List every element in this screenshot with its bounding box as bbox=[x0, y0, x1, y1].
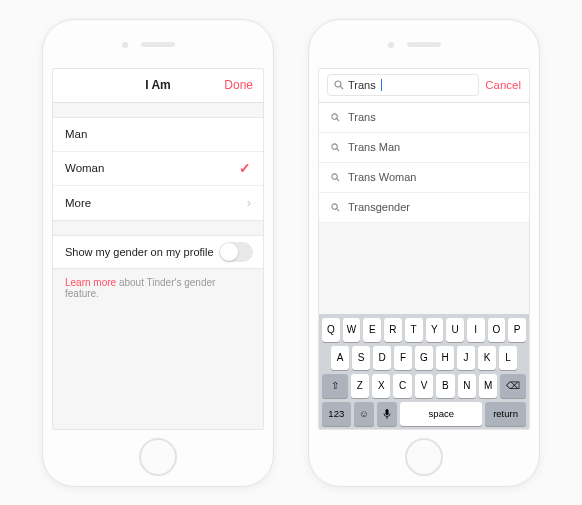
key-s[interactable]: S bbox=[352, 346, 370, 370]
gender-option-woman[interactable]: Woman ✓ bbox=[53, 152, 263, 186]
home-button[interactable] bbox=[139, 438, 177, 476]
phone-camera bbox=[122, 42, 128, 48]
key-u[interactable]: U bbox=[446, 318, 464, 342]
search-result[interactable]: Trans Man bbox=[319, 133, 529, 163]
search-icon bbox=[331, 113, 340, 122]
svg-point-0 bbox=[335, 81, 341, 87]
svg-line-3 bbox=[337, 118, 339, 120]
key-l[interactable]: L bbox=[499, 346, 517, 370]
svg-point-2 bbox=[332, 113, 337, 118]
key-h[interactable]: H bbox=[436, 346, 454, 370]
page-title: I Am bbox=[145, 78, 171, 92]
key-m[interactable]: M bbox=[479, 374, 497, 398]
search-icon bbox=[331, 203, 340, 212]
search-result[interactable]: Trans bbox=[319, 103, 529, 133]
phone-camera bbox=[388, 42, 394, 48]
key-emoji[interactable]: ☺ bbox=[354, 402, 374, 426]
learn-more-link[interactable]: Learn more bbox=[65, 277, 116, 288]
key-n[interactable]: N bbox=[458, 374, 476, 398]
svg-line-1 bbox=[340, 86, 343, 89]
key-o[interactable]: O bbox=[488, 318, 506, 342]
key-f[interactable]: F bbox=[394, 346, 412, 370]
key-backspace[interactable]: ⌫ bbox=[500, 374, 526, 398]
keyboard-row-4: 123 ☺ space return bbox=[322, 402, 526, 426]
show-gender-toggle[interactable] bbox=[219, 242, 253, 262]
key-i[interactable]: I bbox=[467, 318, 485, 342]
key-a[interactable]: A bbox=[331, 346, 349, 370]
search-bar: Trans Cancel bbox=[319, 69, 529, 103]
check-icon: ✓ bbox=[239, 160, 251, 176]
screen-left: I Am Done Man Woman ✓ More › Show my gen… bbox=[52, 68, 264, 430]
toggle-label: Show my gender on my profile bbox=[65, 246, 214, 258]
keyboard: Q W E R T Y U I O P A S D F G H J K L bbox=[319, 314, 529, 429]
key-z[interactable]: Z bbox=[351, 374, 369, 398]
key-p[interactable]: P bbox=[508, 318, 526, 342]
key-v[interactable]: V bbox=[415, 374, 433, 398]
result-label: Trans Man bbox=[348, 141, 400, 153]
text-cursor bbox=[381, 79, 382, 91]
chevron-right-icon: › bbox=[247, 195, 251, 210]
search-result[interactable]: Trans Woman bbox=[319, 163, 529, 193]
svg-point-6 bbox=[332, 173, 337, 178]
svg-line-5 bbox=[337, 148, 339, 150]
key-e[interactable]: E bbox=[363, 318, 381, 342]
search-result[interactable]: Transgender bbox=[319, 193, 529, 223]
option-label: Woman bbox=[65, 162, 104, 174]
search-icon bbox=[331, 143, 340, 152]
svg-point-8 bbox=[332, 203, 337, 208]
gender-option-list: Man Woman ✓ More › bbox=[53, 117, 263, 221]
phone-frame-right: Trans Cancel Trans Trans Man Trans Woman… bbox=[308, 19, 540, 487]
gender-option-man[interactable]: Man bbox=[53, 118, 263, 152]
show-gender-toggle-row: Show my gender on my profile bbox=[53, 235, 263, 269]
key-mic[interactable] bbox=[377, 402, 397, 426]
toggle-knob bbox=[220, 243, 238, 261]
search-input[interactable]: Trans bbox=[327, 74, 479, 96]
nav-header: I Am Done bbox=[53, 69, 263, 103]
key-return[interactable]: return bbox=[485, 402, 526, 426]
key-q[interactable]: Q bbox=[322, 318, 340, 342]
key-space[interactable]: space bbox=[400, 402, 482, 426]
key-shift[interactable]: ⇧ bbox=[322, 374, 348, 398]
key-r[interactable]: R bbox=[384, 318, 402, 342]
cancel-button[interactable]: Cancel bbox=[485, 79, 521, 91]
option-label: More bbox=[65, 197, 91, 209]
keyboard-row-3: ⇧ Z X C V B N M ⌫ bbox=[322, 374, 526, 398]
search-query: Trans bbox=[348, 79, 376, 91]
key-123[interactable]: 123 bbox=[322, 402, 351, 426]
svg-point-4 bbox=[332, 143, 337, 148]
done-button[interactable]: Done bbox=[224, 78, 253, 92]
search-results: Trans Trans Man Trans Woman Transgender bbox=[319, 103, 529, 223]
key-t[interactable]: T bbox=[405, 318, 423, 342]
option-label: Man bbox=[65, 128, 87, 140]
key-x[interactable]: X bbox=[372, 374, 390, 398]
search-icon bbox=[331, 173, 340, 182]
svg-line-9 bbox=[337, 208, 339, 210]
key-k[interactable]: K bbox=[478, 346, 496, 370]
result-label: Trans Woman bbox=[348, 171, 416, 183]
result-label: Trans bbox=[348, 111, 376, 123]
footer-note: Learn more about Tinder's gender feature… bbox=[53, 269, 263, 307]
phone-speaker bbox=[407, 42, 441, 47]
keyboard-row-1: Q W E R T Y U I O P bbox=[322, 318, 526, 342]
home-button[interactable] bbox=[405, 438, 443, 476]
keyboard-row-2: A S D F G H J K L bbox=[322, 346, 526, 370]
svg-line-7 bbox=[337, 178, 339, 180]
svg-rect-10 bbox=[386, 409, 389, 415]
result-label: Transgender bbox=[348, 201, 410, 213]
mic-icon bbox=[383, 408, 391, 420]
phone-speaker bbox=[141, 42, 175, 47]
screen-right: Trans Cancel Trans Trans Man Trans Woman… bbox=[318, 68, 530, 430]
key-b[interactable]: B bbox=[436, 374, 454, 398]
key-w[interactable]: W bbox=[343, 318, 361, 342]
key-d[interactable]: D bbox=[373, 346, 391, 370]
gender-option-more[interactable]: More › bbox=[53, 186, 263, 220]
key-c[interactable]: C bbox=[393, 374, 411, 398]
phone-frame-left: I Am Done Man Woman ✓ More › Show my gen… bbox=[42, 19, 274, 487]
search-icon bbox=[334, 80, 344, 90]
key-j[interactable]: J bbox=[457, 346, 475, 370]
key-g[interactable]: G bbox=[415, 346, 433, 370]
key-y[interactable]: Y bbox=[426, 318, 444, 342]
